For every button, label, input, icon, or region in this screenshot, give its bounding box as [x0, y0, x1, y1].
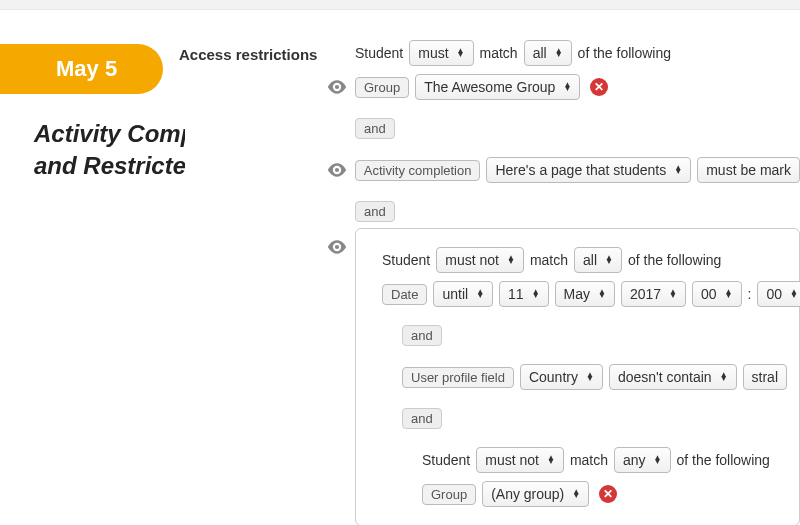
of-following-label: of the following [578, 45, 671, 61]
match-label: match [480, 45, 518, 61]
svg-point-1 [335, 168, 339, 172]
and-connector: and [402, 325, 442, 346]
of-following-label: of the following [677, 452, 770, 468]
activity-page-select[interactable]: Here's a page that students [486, 157, 691, 183]
eye-icon[interactable] [325, 80, 349, 94]
group-tag: Group [355, 77, 409, 98]
colon: : [748, 286, 752, 302]
svg-point-2 [335, 245, 339, 249]
delete-icon[interactable]: ✕ [599, 485, 617, 503]
date-text: May 5 [56, 56, 117, 81]
delete-icon[interactable]: ✕ [590, 78, 608, 96]
match-label: match [530, 252, 568, 268]
group-tag: Group [422, 484, 476, 505]
date-row: Date until 11 May 2017 00 : 00 [382, 281, 795, 307]
mustnot-select[interactable]: must not [476, 447, 564, 473]
of-following-label: of the following [628, 252, 721, 268]
top-match-row: Student must match all of the following [355, 40, 800, 66]
svg-point-0 [335, 85, 339, 89]
profile-field-select[interactable]: Country [520, 364, 603, 390]
student-label: Student [382, 252, 430, 268]
mustnot-select[interactable]: must not [436, 247, 524, 273]
student-label: Student [355, 45, 403, 61]
activity-tag: Activity completion [355, 160, 481, 181]
profile-row: User profile field Country doesn't conta… [402, 364, 795, 390]
date-year-select[interactable]: 2017 [621, 281, 686, 307]
date-mode-select[interactable]: until [433, 281, 493, 307]
all-select[interactable]: all [574, 247, 622, 273]
profile-value-input[interactable]: stral [743, 364, 787, 390]
date-hour-select[interactable]: 00 [692, 281, 742, 307]
and-connector: and [402, 408, 442, 429]
must-select[interactable]: must [409, 40, 473, 66]
nested-restriction-set: Student must not match all of the follow… [355, 228, 800, 525]
group-condition-row: Group The Awesome Group ✕ [325, 74, 800, 100]
date-day-select[interactable]: 11 [499, 281, 549, 307]
group-any-row: Group (Any group) ✕ [422, 481, 795, 507]
and-connector: and [355, 201, 395, 222]
profile-tag: User profile field [402, 367, 514, 388]
section-label: Access restrictions [179, 46, 317, 63]
group-any-select[interactable]: (Any group) [482, 481, 589, 507]
nested2-match-row: Student must not match any of the follow… [422, 447, 795, 473]
date-tag: Date [382, 284, 427, 305]
date-badge: May 5 [0, 44, 163, 94]
match-label: match [570, 452, 608, 468]
eye-icon[interactable] [325, 163, 349, 177]
profile-op-select[interactable]: doesn't contain [609, 364, 737, 390]
student-label: Student [422, 452, 470, 468]
and-connector: and [355, 118, 395, 139]
nested-match-row: Student must not match all of the follow… [382, 247, 795, 273]
top-strip [0, 0, 800, 10]
eye-icon[interactable] [325, 240, 349, 254]
any-select[interactable]: any [614, 447, 671, 473]
all-select[interactable]: all [524, 40, 572, 66]
date-minute-select[interactable]: 00 [757, 281, 800, 307]
activity-condition-row: Activity completion Here's a page that s… [325, 157, 800, 183]
date-month-select[interactable]: May [555, 281, 615, 307]
activity-cond-select[interactable]: must be mark [697, 157, 800, 183]
restrictions-panel: Access restrictions Student must match a… [185, 10, 800, 525]
group-select[interactable]: The Awesome Group [415, 74, 580, 100]
